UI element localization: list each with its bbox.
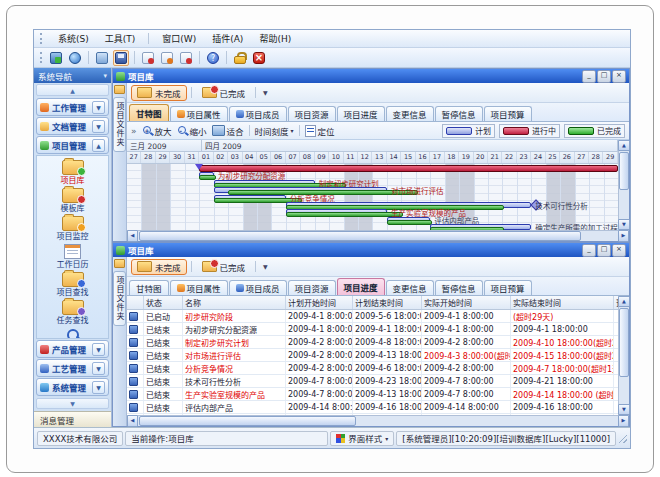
scrollbar-thumb[interactable]	[619, 308, 629, 377]
scroll-down-icon[interactable]: ▼	[618, 404, 630, 415]
tab-项目资源[interactable]: 项目资源	[288, 280, 336, 295]
maximize-button[interactable]: □	[597, 244, 611, 257]
close-button[interactable]: ×	[612, 70, 626, 83]
gantt-vertical-scrollbar[interactable]: ▲ ▼	[618, 140, 629, 230]
scroll-left-icon[interactable]: ◀	[127, 230, 138, 242]
tab-变更信息[interactable]: 变更信息	[386, 106, 434, 121]
tab-项目资源[interactable]: 项目资源	[288, 106, 336, 121]
more-options-icon[interactable]: ▼	[260, 263, 271, 270]
sidebar-group-工艺管理[interactable]: 工艺管理▼	[36, 359, 109, 377]
ui-style-button[interactable]: 界面样式 ▾	[330, 431, 394, 446]
more-options-icon[interactable]: ▼	[260, 89, 271, 96]
exit-icon[interactable]	[251, 50, 267, 66]
lock-icon[interactable]	[232, 50, 248, 66]
time-scale-button[interactable]: 时间刻度 ▾	[255, 125, 294, 137]
tab-暂停信息[interactable]: 暂停信息	[435, 280, 483, 295]
gantt-bar-制定初步研究计划[interactable]: 制定初步研究计划	[214, 180, 315, 187]
tab-项目进度[interactable]: 项目进度	[337, 106, 385, 121]
chevron-down-icon[interactable]: ▼	[92, 381, 105, 394]
report-edit-icon[interactable]	[159, 50, 175, 66]
column-header-计划开始时间[interactable]: 计划开始时间	[286, 296, 353, 309]
chevron-down-icon[interactable]: ▼	[92, 101, 105, 114]
save-icon[interactable]	[113, 50, 129, 66]
filter-未完成[interactable]: 未完成	[131, 85, 187, 101]
chevron-down-icon[interactable]: ▼	[92, 362, 105, 375]
tab-项目属性[interactable]: 项目属性	[170, 280, 228, 295]
menu-item-0[interactable]: 系统(S)	[55, 31, 92, 46]
sidebar-group-系统管理[interactable]: 系统管理▼	[36, 378, 109, 396]
project-folder-tab[interactable]: 项目文件夹	[113, 271, 126, 326]
fit-button[interactable]: 适合	[212, 125, 244, 137]
sidebar-item-模板库[interactable]: 模板库	[37, 186, 108, 214]
tab-甘特图[interactable]: 甘特图	[129, 280, 169, 295]
filter-未完成[interactable]: 未完成	[131, 259, 187, 275]
sidebar-item-项目监控[interactable]: 项目监控	[37, 214, 108, 242]
menu-item-4[interactable]: 帮助(H)	[256, 31, 294, 46]
tab-暂停信息[interactable]: 暂停信息	[435, 106, 483, 121]
project-folder-tab[interactable]: 项目文件夹	[113, 97, 126, 152]
toolbar-chevron-icon[interactable]: »	[131, 126, 137, 136]
zoom-out-button[interactable]: - 缩小	[177, 125, 207, 137]
sidebar-group-项目管理[interactable]: 项目管理▲	[36, 136, 109, 154]
sidebar-group-文档管理[interactable]: 文档管理▼	[36, 117, 109, 135]
scroll-up-icon[interactable]: ▲	[618, 296, 630, 307]
chevron-up-icon[interactable]: ▲	[92, 139, 105, 152]
gantt-bar-分析竞争情况[interactable]: 分析竞争情况	[214, 195, 286, 202]
filter-已完成[interactable]: 已完成	[196, 259, 252, 275]
chevron-down-icon[interactable]: ▼	[92, 120, 105, 133]
help-icon[interactable]	[205, 50, 221, 66]
scroll-down-icon[interactable]: ▼	[618, 219, 630, 230]
table-vertical-scrollbar[interactable]: ▲ ▼	[618, 296, 629, 415]
table-window-titlebar[interactable]: 项目库 _ □ ×	[113, 243, 629, 257]
scroll-left-icon[interactable]: ◀	[127, 415, 138, 427]
maximize-button[interactable]: □	[597, 70, 611, 83]
tab-项目属性[interactable]: 项目属性	[170, 106, 228, 121]
table-row[interactable]: 已启动初步研究阶段2009-4-1 8:00:002009-5-6 18:00:…	[127, 310, 618, 323]
gantt-bar-确定生产所需的加工过程[interactable]: 确定生产所需的加工过程	[430, 224, 531, 230]
sidebar-group-产品管理[interactable]: 产品管理▼	[36, 340, 109, 358]
chevron-down-icon[interactable]: ▼	[92, 343, 105, 356]
tab-变更信息[interactable]: 变更信息	[386, 280, 434, 295]
scrollbar-thumb[interactable]	[139, 231, 581, 241]
menu-item-1[interactable]: 工具(T)	[102, 31, 139, 46]
sidebar-group-工作管理[interactable]: 工作管理▼	[36, 98, 109, 116]
sidebar-item-项目查找[interactable]: 项目查找	[37, 270, 108, 298]
gantt-bar-评估内部产品[interactable]: 评估内部产品	[387, 217, 430, 224]
report-delete-icon[interactable]	[178, 50, 194, 66]
tab-甘特图[interactable]: 甘特图	[129, 104, 169, 121]
tab-项目成员[interactable]: 项目成员	[229, 280, 287, 295]
internet-icon[interactable]	[67, 50, 83, 66]
filter-已完成[interactable]: 已完成	[196, 85, 252, 101]
table-row[interactable]: 已结束生产实验室规模的产品2009-4-7 8:00:002009-4-13 1…	[127, 388, 618, 401]
zoom-in-button[interactable]: + 放大	[142, 125, 172, 137]
column-header-实际结束时间[interactable]: 实际结束时间	[511, 296, 614, 309]
locate-button[interactable]: 定位	[305, 125, 335, 137]
sidebar-item-项目文档查找[interactable]: 项目文档查找	[37, 326, 108, 339]
column-header-icon[interactable]	[127, 296, 144, 309]
tab-项目成员[interactable]: 项目成员	[229, 106, 287, 121]
column-header-名称[interactable]: 名称	[183, 296, 286, 309]
pin-icon[interactable]: ▾	[103, 72, 107, 80]
table-row[interactable]: 已结束对市场进行评估2009-4-2 8:00:002009-4-13 18:0…	[127, 349, 618, 362]
resize-grip[interactable]	[618, 434, 627, 443]
scrollbar-thumb[interactable]	[139, 416, 356, 426]
table-row[interactable]: 已结束为初步研究分配资源2009-4-1 8:00:002009-4-1 18:…	[127, 323, 618, 336]
sidebar-overflow-button[interactable]: ▼	[36, 398, 109, 409]
report-add-icon[interactable]	[140, 50, 156, 66]
menu-item-3[interactable]: 插件(A)	[209, 31, 246, 46]
scroll-right-icon[interactable]: ▶	[618, 415, 629, 427]
scroll-right-icon[interactable]: ▶	[618, 230, 629, 242]
gantt-plot-area[interactable]: 为初步研究分配资源制定初步研究计划对市场进行评估分析竞争情况技术可行性分析生产实…	[127, 164, 618, 230]
gantt-window-titlebar[interactable]: 项目库 _ □ ×	[113, 69, 629, 83]
gantt-horizontal-scrollbar[interactable]: ◀ ▶	[127, 230, 629, 241]
gantt-bar-生产实验室规模的产品[interactable]: 生产实验室规模的产品	[286, 209, 387, 216]
sidebar-item-项目库[interactable]: 项目库	[37, 158, 108, 186]
column-header-计划结束时间[interactable]: 计划结束时间	[353, 296, 422, 309]
tab-项目进度[interactable]: 项目进度	[337, 278, 385, 295]
minimize-button[interactable]: _	[582, 244, 596, 257]
open-folder-icon[interactable]	[94, 50, 110, 66]
table-row[interactable]: 已结束技术可行性分析2009-4-7 8:00:002009-4-23 18:0…	[127, 375, 618, 388]
close-button[interactable]: ×	[612, 244, 626, 257]
table-horizontal-scrollbar[interactable]: ◀ ▶	[127, 415, 629, 426]
tab-项目预算[interactable]: 项目预算	[484, 280, 532, 295]
